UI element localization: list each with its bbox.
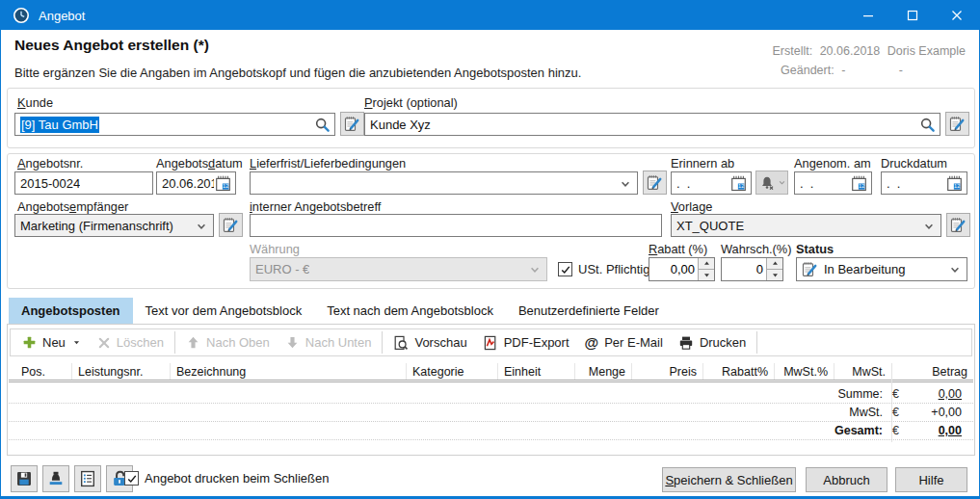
- per-email-button[interactable]: @ Per E-Mail: [577, 331, 671, 355]
- loeschen-button[interactable]: Löschen: [90, 331, 172, 355]
- waehrung-combobox: EURO - €: [250, 257, 547, 281]
- created-date: 20.06.2018: [820, 44, 881, 58]
- close-button[interactable]: [935, 1, 979, 30]
- vorschau-button[interactable]: Vorschau: [385, 331, 474, 355]
- help-button[interactable]: Hilfe: [895, 467, 967, 492]
- report-icon-button[interactable]: [74, 465, 101, 492]
- maximize-button[interactable]: [890, 1, 935, 30]
- column-header[interactable]: Einheit: [498, 363, 575, 380]
- druckdatum-date-input[interactable]: . .: [881, 171, 967, 195]
- save-icon-button[interactable]: [11, 465, 38, 492]
- vorlage-edit-button[interactable]: [946, 213, 970, 237]
- edit-icon: [802, 261, 818, 277]
- ust-checkbox[interactable]: [558, 262, 572, 276]
- angenommen-date-input[interactable]: . .: [794, 171, 872, 195]
- column-header[interactable]: Kategorie: [407, 363, 498, 380]
- empfaenger-edit-button[interactable]: [219, 213, 243, 237]
- preview-icon: [393, 335, 409, 351]
- column-header[interactable]: Leistungsnr.: [72, 363, 171, 380]
- calendar-icon[interactable]: [215, 175, 231, 192]
- wahrsch-spinner[interactable]: 0: [721, 257, 783, 281]
- currency-symbol: €: [892, 387, 912, 401]
- wahrsch-spin-down-button[interactable]: [767, 270, 782, 280]
- angenommen-label: Angenom. am: [794, 156, 871, 171]
- kunde-input[interactable]: [9] Tau GmbH: [14, 113, 335, 136]
- projekt-edit-button[interactable]: [945, 112, 969, 136]
- erinnern-date-input[interactable]: . .: [671, 171, 752, 195]
- empfaenger-combobox[interactable]: Marketing (Firmenanschrift): [14, 214, 214, 237]
- minimize-button[interactable]: [846, 1, 890, 30]
- plus-icon: [22, 335, 37, 350]
- reminder-bell-button[interactable]: [755, 171, 788, 195]
- calendar-icon[interactable]: [730, 175, 747, 192]
- edit-icon: [223, 217, 239, 233]
- column-header[interactable]: Menge: [575, 363, 632, 380]
- currency-symbol: €: [892, 406, 912, 419]
- save-close-button[interactable]: Speichern & Schließen: [662, 467, 796, 492]
- vorlage-combobox[interactable]: XT_QUOTE: [671, 214, 941, 237]
- status-label: Status: [796, 242, 834, 256]
- spin-up-icon: [702, 259, 711, 268]
- rabatt-spin-down-button[interactable]: [699, 270, 714, 280]
- status-combobox[interactable]: In Bearbeitung: [796, 257, 967, 281]
- print-on-close-checkbox[interactable]: [124, 471, 139, 486]
- column-header[interactable]: Preis: [632, 363, 703, 380]
- waehrung-label: Währung: [250, 242, 300, 256]
- modified-meta: Geändert: - -: [777, 64, 903, 77]
- projekt-search-icon[interactable]: [919, 117, 936, 133]
- rabatt-spin-up-button[interactable]: [699, 258, 714, 270]
- nach-unten-button[interactable]: Nach Unten: [278, 331, 380, 355]
- tab-text-vor-angebotsblock[interactable]: Text vor dem Angebotsblock: [133, 298, 315, 324]
- column-header[interactable]: Pos.: [15, 363, 72, 380]
- vorlage-label: Vorlage: [671, 199, 712, 214]
- column-header[interactable]: Betrag: [892, 363, 973, 380]
- clock-app-icon: [13, 7, 30, 24]
- lieferfrist-combobox[interactable]: [250, 171, 638, 195]
- close-icon: [949, 8, 965, 23]
- calendar-icon[interactable]: [851, 175, 867, 192]
- angebotsnr-input[interactable]: 2015-0024: [14, 171, 153, 195]
- tab-text-nach-angebotsblock[interactable]: Text nach dem Angebotsblock: [314, 298, 506, 324]
- kunde-search-icon[interactable]: [314, 117, 331, 133]
- positions-toolbar: Neu Löschen Nach Oben Nach Unten Vorscha…: [10, 328, 972, 356]
- projekt-value: Kunde Xyz: [370, 118, 431, 132]
- spin-down-icon: [702, 271, 711, 279]
- calendar-icon[interactable]: [946, 175, 963, 192]
- betreff-input[interactable]: [250, 214, 662, 237]
- column-header[interactable]: Rabatt%: [703, 363, 775, 380]
- mwst-value: +0,00: [912, 406, 962, 419]
- kunde-edit-button[interactable]: [340, 112, 364, 136]
- nach-oben-button[interactable]: Nach Oben: [178, 331, 278, 355]
- pdf-icon: [483, 335, 498, 351]
- stamp-icon-button[interactable]: [42, 465, 69, 492]
- edit-icon: [647, 174, 663, 191]
- drucken-button[interactable]: Drucken: [671, 331, 754, 355]
- projekt-input[interactable]: Kunde Xyz: [364, 113, 940, 136]
- angebotsdatum-input[interactable]: 20.06.2018: [156, 171, 236, 195]
- wahrsch-spin-up-button[interactable]: [767, 258, 782, 270]
- maximize-icon: [905, 8, 920, 23]
- arrow-up-icon: [186, 335, 200, 350]
- rabatt-spinner[interactable]: 0,00: [649, 257, 715, 281]
- summary-row-mwst: MwSt. € +0,00: [9, 404, 973, 422]
- erinnern-label: Erinnern ab: [671, 156, 734, 171]
- neu-button[interactable]: Neu: [14, 331, 90, 355]
- report-icon: [79, 470, 96, 487]
- column-header[interactable]: MwSt.: [834, 363, 892, 380]
- created-label: Erstellt:: [773, 44, 813, 58]
- pdf-export-button[interactable]: PDF-Export: [475, 331, 577, 355]
- currency-symbol: €: [892, 424, 912, 437]
- column-header[interactable]: Bezeichnung: [171, 363, 407, 380]
- printer-icon: [678, 335, 694, 351]
- column-header[interactable]: MwSt.%: [775, 363, 834, 380]
- summary-row-gesamt: Gesamt: € 0,00: [9, 422, 973, 440]
- cancel-button[interactable]: Abbruch: [806, 467, 887, 492]
- tab-benutzerdefinierte-felder[interactable]: Benutzerdefinierte Felder: [506, 298, 672, 324]
- lieferfrist-edit-button[interactable]: [643, 171, 667, 195]
- druckdatum-label: Druckdatum: [881, 156, 947, 171]
- summary-row-summe: Summe: € 0,00: [9, 385, 973, 404]
- tab-angebotsposten[interactable]: Angebotsposten: [9, 298, 133, 324]
- created-user: Doris Example: [887, 44, 966, 58]
- window-title: Angebot: [39, 9, 85, 23]
- check-icon: [560, 264, 571, 276]
